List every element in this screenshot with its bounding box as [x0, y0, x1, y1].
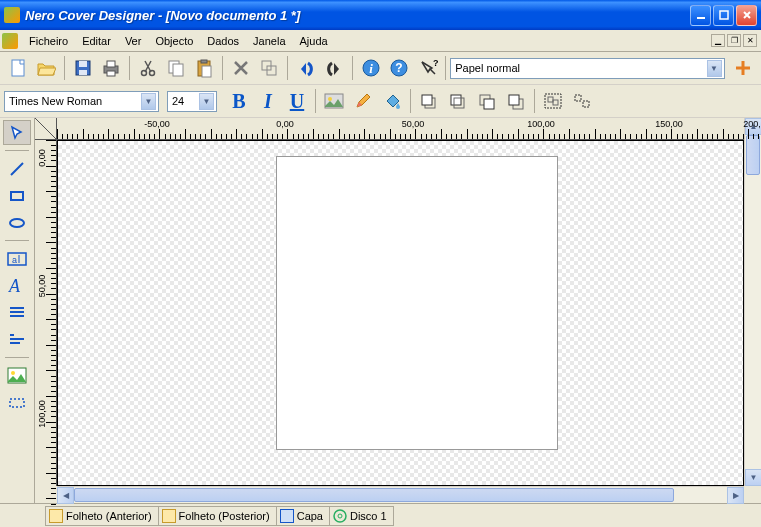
horizontal-ruler[interactable]: -50,00 0,00 50,00 100,00 150,00 200,00	[57, 118, 744, 140]
dropdown-arrow-icon: ▼	[707, 60, 722, 77]
svg-text:A: A	[8, 277, 21, 295]
tab-booklet-front[interactable]: Folheto (Anterior)	[45, 506, 159, 526]
svg-text:?: ?	[395, 61, 402, 75]
menu-edit[interactable]: Editar	[75, 32, 118, 50]
font-name-select[interactable]: Times New Roman ▼	[4, 91, 159, 112]
menu-object[interactable]: Objecto	[148, 32, 200, 50]
ellipse-tool[interactable]	[3, 210, 31, 235]
menu-view[interactable]: Ver	[118, 32, 149, 50]
scroll-thumb-v[interactable]	[746, 135, 760, 175]
scroll-down-button[interactable]: ▼	[745, 469, 761, 486]
svg-point-24	[328, 97, 332, 101]
document-page[interactable]	[276, 156, 558, 450]
font-size-select[interactable]: 24 ▼	[167, 91, 217, 112]
svg-line-54	[35, 118, 57, 140]
print-button[interactable]	[97, 54, 124, 82]
maximize-button[interactable]	[713, 5, 734, 26]
tab-disc1[interactable]: Disco 1	[330, 506, 394, 526]
text-box-tool[interactable]: a	[3, 246, 31, 271]
tab-booklet-back[interactable]: Folheto (Posterior)	[159, 506, 277, 526]
menu-data[interactable]: Dados	[200, 32, 246, 50]
mdi-close[interactable]: ✕	[743, 34, 757, 47]
svg-point-40	[10, 219, 24, 227]
cut-button[interactable]	[134, 54, 161, 82]
scroll-thumb-h[interactable]	[74, 488, 674, 502]
doc-icon[interactable]	[2, 33, 18, 49]
title-bar: Nero Cover Designer - [Novo documento 1 …	[0, 0, 761, 30]
selection-tool[interactable]	[3, 120, 31, 145]
bring-forward-button[interactable]	[473, 87, 501, 115]
app-icon	[4, 7, 20, 23]
menu-file[interactable]: Ficheiro	[22, 32, 75, 50]
svg-text:?: ?	[433, 58, 438, 68]
minimize-button[interactable]	[690, 5, 711, 26]
menu-window[interactable]: Janela	[246, 32, 292, 50]
directory-tool[interactable]	[3, 327, 31, 352]
fill-tool-button[interactable]	[378, 87, 406, 115]
mdi-restore[interactable]: ❐	[727, 34, 741, 47]
scroll-corner	[744, 486, 761, 503]
scroll-right-button[interactable]: ▶	[727, 487, 744, 504]
underline-icon: U	[290, 90, 304, 113]
svg-rect-8	[107, 71, 115, 76]
svg-rect-53	[10, 399, 24, 407]
menu-help[interactable]: Ajuda	[293, 32, 335, 50]
svg-rect-2	[12, 60, 24, 76]
document-tabs: Folheto (Anterior) Folheto (Posterior) C…	[0, 503, 761, 527]
context-help-button[interactable]: ?	[414, 54, 441, 82]
ungroup-button[interactable]	[568, 87, 596, 115]
booklet-icon	[162, 509, 176, 523]
new-button[interactable]	[4, 54, 31, 82]
bold-button[interactable]: B	[225, 87, 253, 115]
svg-rect-12	[173, 64, 183, 76]
inlay-icon	[280, 509, 294, 523]
info-button[interactable]: i	[357, 54, 384, 82]
dropdown-arrow-icon: ▼	[199, 93, 214, 110]
vertical-scrollbar[interactable]: ▲ ▼	[744, 118, 761, 486]
open-button[interactable]	[32, 54, 59, 82]
undo-button[interactable]	[292, 54, 319, 82]
close-button[interactable]	[736, 5, 757, 26]
field-tool[interactable]	[3, 390, 31, 415]
italic-button[interactable]: I	[254, 87, 282, 115]
svg-rect-39	[11, 192, 23, 200]
horizontal-scrollbar[interactable]: ◀ ▶	[57, 486, 744, 503]
vertical-ruler[interactable]: 0,00 50,00 100,00	[35, 140, 57, 486]
svg-rect-30	[484, 99, 494, 109]
bring-front-button[interactable]	[415, 87, 443, 115]
menu-bar: Ficheiro Editar Ver Objecto Dados Janela…	[0, 30, 761, 52]
copy-button[interactable]	[162, 54, 189, 82]
save-button[interactable]	[69, 54, 96, 82]
duplicate-button[interactable]	[256, 54, 283, 82]
rectangle-tool[interactable]	[3, 183, 31, 208]
artistic-text-tool[interactable]: A	[3, 273, 31, 298]
svg-rect-5	[79, 70, 87, 75]
font-name-value: Times New Roman	[9, 95, 102, 107]
mdi-minimize[interactable]: ▁	[711, 34, 725, 47]
svg-point-10	[149, 71, 154, 76]
image-insert-tool[interactable]	[3, 363, 31, 388]
delete-button[interactable]	[227, 54, 254, 82]
tab-inlay[interactable]: Capa	[277, 506, 330, 526]
scroll-left-button[interactable]: ◀	[57, 487, 74, 504]
help-button[interactable]: ?	[385, 54, 412, 82]
font-size-value: 24	[172, 95, 184, 107]
add-paper-button[interactable]	[730, 54, 757, 82]
line-tool[interactable]	[3, 156, 31, 181]
paper-type-select[interactable]: Papel normal ▼	[450, 58, 724, 79]
image-tool-button[interactable]	[320, 87, 348, 115]
underline-button[interactable]: U	[283, 87, 311, 115]
send-backward-button[interactable]	[502, 87, 530, 115]
track-list-tool[interactable]	[3, 300, 31, 325]
redo-button[interactable]	[320, 54, 347, 82]
paste-button[interactable]	[191, 54, 218, 82]
svg-line-38	[11, 163, 23, 175]
send-back-button[interactable]	[444, 87, 472, 115]
svg-rect-34	[548, 97, 553, 102]
pencil-tool-button[interactable]	[349, 87, 377, 115]
group-button[interactable]	[539, 87, 567, 115]
svg-rect-1	[720, 11, 728, 19]
svg-rect-26	[422, 95, 432, 105]
canvas-viewport[interactable]	[57, 140, 744, 486]
italic-icon: I	[264, 90, 272, 113]
